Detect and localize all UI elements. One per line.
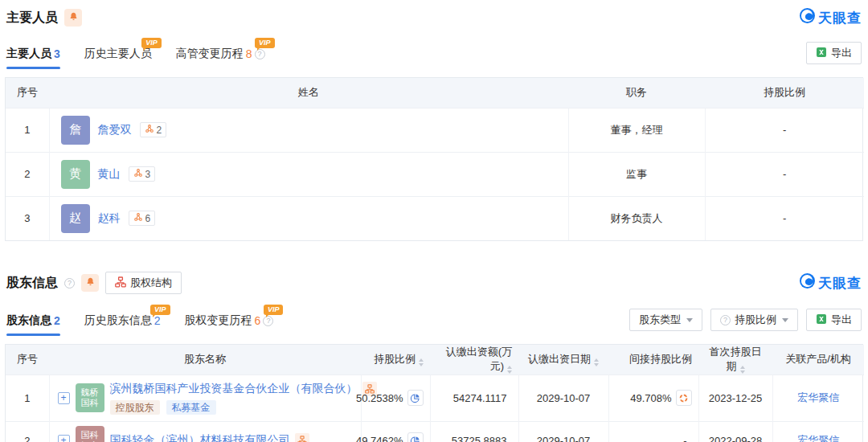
subscribe-bell-button[interactable] (64, 9, 82, 27)
excel-icon (816, 313, 827, 327)
row-position: 监事 (568, 152, 705, 196)
tab-count: 2 (54, 314, 60, 327)
col-indirect: 间接持股比例 (608, 345, 698, 374)
tab-history-shareholders[interactable]: 历史股东信息2 VIP (84, 313, 161, 336)
sort-icon (740, 366, 745, 374)
expand-button[interactable]: + (58, 392, 70, 404)
tab-count: 6 (255, 314, 261, 327)
tag-private-fund: 私募基金 (166, 400, 216, 415)
pie-chart-icon[interactable] (407, 390, 424, 406)
tianyancha-logo: 天眼查 (800, 273, 862, 293)
related-product-link[interactable]: 宏华聚信 (797, 391, 839, 403)
export-button[interactable]: 导出 (806, 309, 862, 331)
col-date-sortable[interactable]: 认缴出资日期 (518, 345, 608, 374)
table-row: 1 + 魏桥 国科 滨州魏桥国科产业投资基金合伙企业（有限合伙） (6, 374, 864, 421)
ratio-filter[interactable]: ? 持股比例 (710, 309, 798, 331)
relation-graph-badge[interactable]: 3 (129, 166, 156, 182)
tianyancha-logo: 天眼查 (800, 8, 862, 27)
row-date: 2029-10-07 (518, 421, 608, 442)
pie-chart-icon[interactable] (407, 432, 424, 442)
penetration-icon[interactable] (676, 390, 692, 406)
vip-badge: VIP (150, 305, 170, 315)
row-first-date: 2022-09-28 (698, 421, 772, 442)
tab-count: 8 (246, 47, 252, 60)
shareholder-type-filter[interactable]: 股东类型 (629, 309, 702, 331)
row-indirect-ratio: - (608, 421, 698, 442)
col-first-date-sortable[interactable]: 首次持股日期 (698, 345, 772, 374)
key-personnel-title: 主要人员 (6, 10, 58, 27)
tab-history-personnel[interactable]: 历史主要人员 VIP (84, 47, 152, 69)
tianyancha-logo-icon (800, 8, 815, 27)
equity-structure-icon[interactable] (295, 433, 309, 442)
table-header-row: 序号 姓名 职务 持股比例 (6, 78, 864, 108)
row-position: 财务负责人 (568, 196, 705, 240)
tag-controlling-shareholder: 控股股东 (110, 400, 160, 415)
tianyancha-logo-text: 天眼查 (818, 274, 862, 293)
shareholders-toolbar: 股东类型 ? 持股比例 导出 (629, 309, 862, 336)
shareholder-name-link[interactable]: 滨州魏桥国科产业投资基金合伙企业（有限合伙） (110, 382, 358, 396)
key-personnel-header: 主要人员 天眼查 (5, 0, 863, 29)
tianyancha-logo-icon (800, 273, 815, 293)
row-no: 1 (6, 374, 49, 421)
tab-equity-changes[interactable]: 股权变更历程6 ? VIP (185, 313, 274, 336)
row-ratio: 50.2538% (356, 392, 403, 404)
shareholder-name-link[interactable]: 国科轻金（滨州）材料科技有限公司 (110, 433, 290, 442)
bell-icon (85, 276, 96, 289)
col-no: 序号 (6, 78, 49, 108)
related-product-link[interactable]: 宏华聚信 (797, 434, 839, 442)
vip-badge: VIP (255, 38, 275, 48)
avatar: 詹 (61, 116, 90, 145)
row-first-date: 2023-12-25 (698, 374, 772, 421)
col-position: 职务 (568, 78, 705, 108)
table-row: 3 赵 赵科 6 财务负责人 - (6, 196, 864, 240)
col-shareholder-name: 股东名称 (49, 345, 361, 374)
chevron-down-icon (686, 318, 693, 322)
row-date: 2029-10-07 (518, 374, 608, 421)
export-button[interactable]: 导出 (806, 42, 862, 64)
shareholders-tabs-row: 股东信息2 历史股东信息2 VIP 股权变更历程6 ? VIP 股东类型 (5, 296, 863, 336)
row-ratio: 49.7462% (356, 435, 403, 442)
bell-icon (68, 11, 79, 24)
org-chart-icon (115, 276, 126, 290)
row-ratio: - (705, 108, 864, 152)
table-row: 2 + 国科 轻金 国科轻金（滨州）材料科技有限公司 (6, 421, 864, 442)
tianyancha-logo-text: 天眼查 (818, 9, 862, 27)
sort-icon (507, 366, 512, 374)
key-personnel-tabs-row: 主要人员3 历史主要人员 VIP 高管变更历程8 ? VIP 导出 (5, 29, 863, 69)
col-no: 序号 (6, 345, 49, 374)
vip-badge: VIP (264, 305, 284, 315)
col-name: 姓名 (49, 78, 568, 108)
col-related-products: 关联产品/机构 (772, 345, 864, 374)
row-no: 1 (6, 108, 49, 152)
equity-structure-button[interactable]: 股权结构 (105, 272, 182, 294)
key-personnel-section: 主要人员 天眼查 主要人员3 历史主要人员 VIP (5, 0, 863, 241)
tab-count: 3 (54, 47, 60, 60)
table-header-row: 序号 股东名称 持股比例 认缴出资额(万元) 认缴出资日期 间接持股比例 首次持… (6, 345, 864, 374)
avatar: 黄 (61, 160, 90, 189)
relation-graph-badge[interactable]: 2 (140, 122, 167, 137)
col-ratio-sortable[interactable]: 持股比例 (361, 345, 430, 374)
page: 主要人员 天眼查 主要人员3 历史主要人员 VIP (0, 0, 868, 442)
network-graph-icon (133, 212, 143, 224)
help-icon[interactable]: ? (64, 278, 75, 289)
sort-icon (419, 358, 424, 366)
person-name-link[interactable]: 赵科 (98, 211, 121, 226)
expand-button[interactable]: + (58, 435, 70, 442)
key-personnel-table: 序号 姓名 职务 持股比例 1 詹 詹爱双 (5, 77, 863, 241)
tab-shareholders[interactable]: 股东信息2 (6, 313, 60, 336)
subscribe-bell-button[interactable] (81, 274, 99, 292)
network-graph-icon (133, 168, 143, 180)
row-amount: 54274.1117 (430, 374, 518, 421)
row-indirect-ratio: 49.708% (630, 392, 671, 404)
tab-executive-changes[interactable]: 高管变更历程8 ? VIP (176, 47, 265, 69)
tab-key-personnel[interactable]: 主要人员3 (6, 47, 60, 69)
avatar: 国科 轻金 (76, 426, 104, 442)
shareholders-header: 股东信息 ? 股权结构 天眼查 (5, 264, 863, 296)
col-amount-sortable[interactable]: 认缴出资额(万元) (430, 345, 518, 374)
relation-graph-badge[interactable]: 6 (129, 211, 156, 226)
shareholders-table: 序号 股东名称 持股比例 认缴出资额(万元) 认缴出资日期 间接持股比例 首次持… (5, 344, 863, 442)
avatar: 魏桥 国科 (76, 383, 104, 412)
table-row: 2 黄 黄山 3 监事 - (6, 152, 864, 196)
person-name-link[interactable]: 黄山 (98, 167, 121, 182)
person-name-link[interactable]: 詹爱双 (98, 123, 132, 137)
